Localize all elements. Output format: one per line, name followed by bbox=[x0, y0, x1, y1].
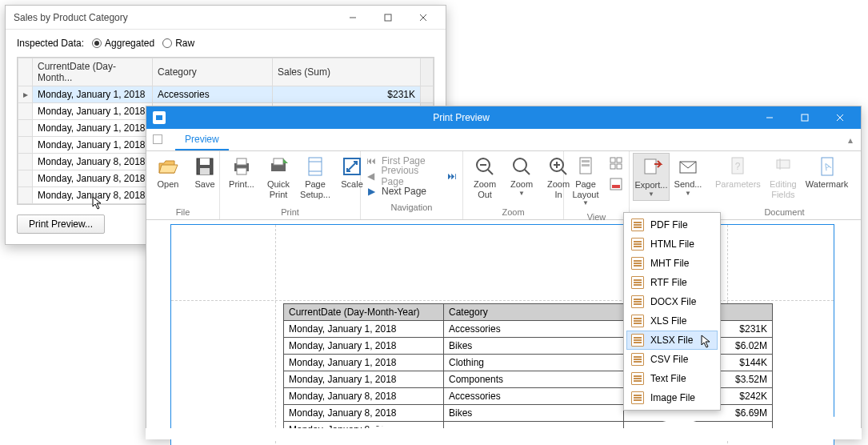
radio-raw[interactable]: Raw bbox=[162, 38, 194, 49]
page-layout-button[interactable]: Page Layout▼ bbox=[567, 153, 604, 209]
svg-rect-0 bbox=[385, 14, 391, 21]
zoom-out-button[interactable]: Zoom Out bbox=[466, 153, 503, 202]
preview-page: CurrentDate (Day-Month-Year) Category Sa… bbox=[170, 224, 834, 445]
svg-line-16 bbox=[488, 170, 493, 174]
open-button[interactable]: Open bbox=[150, 153, 186, 192]
quick-print-icon bbox=[267, 155, 290, 178]
file-type-icon bbox=[631, 315, 644, 327]
col-date[interactable]: CurrentDate (Day-Month... bbox=[33, 58, 153, 86]
dropdown-icon: ▼ bbox=[648, 190, 654, 198]
file-type-icon bbox=[631, 218, 644, 231]
file-type-icon bbox=[631, 391, 644, 404]
export-menu-item[interactable]: Text File bbox=[626, 369, 718, 388]
preview-canvas[interactable]: CurrentDate (Day-Month-Year) Category Sa… bbox=[146, 221, 861, 438]
inspected-label: Inspected Data: bbox=[17, 38, 84, 49]
svg-rect-7 bbox=[237, 158, 246, 165]
parameters-icon: ? bbox=[726, 155, 749, 178]
quick-print-button[interactable]: Quick Print bbox=[260, 153, 297, 202]
ribbon: Open Save File Print... Quick Print bbox=[146, 151, 861, 220]
svg-rect-1 bbox=[156, 115, 162, 120]
folder-open-icon bbox=[157, 155, 179, 178]
view-multi-icon[interactable] bbox=[606, 153, 626, 174]
torn-edge bbox=[146, 428, 862, 439]
export-menu-item[interactable]: CSV File bbox=[626, 350, 718, 369]
save-button[interactable]: Save bbox=[186, 153, 223, 192]
dropdown-icon: ▼ bbox=[518, 190, 525, 197]
inspected-data-row: Inspected Data: Aggregated Raw bbox=[17, 38, 434, 49]
pcol-date: CurrentDate (Day-Month-Year) bbox=[284, 304, 444, 321]
watermark-icon: A bbox=[816, 155, 838, 178]
minimize-button[interactable] bbox=[335, 6, 370, 29]
export-menu[interactable]: PDF FileHTML FileMHT FileRTF FileDOCX Fi… bbox=[623, 212, 721, 411]
dropdown-icon: ▼ bbox=[582, 199, 589, 206]
zoom-button[interactable]: Zoom▼ bbox=[503, 153, 540, 199]
svg-rect-4 bbox=[200, 158, 210, 165]
cursor-icon bbox=[92, 196, 103, 210]
save-icon bbox=[194, 155, 216, 178]
next-page-button[interactable]: ▶Next Page bbox=[366, 184, 458, 198]
send-button[interactable]: Send...▼ bbox=[670, 153, 706, 199]
watermark-button[interactable]: A Watermark bbox=[802, 153, 852, 192]
grid-row[interactable]: ▸Monday, January 1, 2018Accessories$231K bbox=[18, 86, 434, 103]
printer-icon bbox=[230, 155, 253, 178]
prev-page-icon: ◀ bbox=[366, 170, 377, 182]
print-preview-button[interactable]: Print Preview... bbox=[17, 214, 105, 234]
previous-page-button[interactable]: ◀Previous Page⏭ bbox=[366, 169, 458, 183]
tab-preview[interactable]: Preview bbox=[175, 129, 229, 150]
ribbon-tabbar: Preview ▴ bbox=[146, 129, 861, 151]
sales-titlebar[interactable]: Sales by Product Category bbox=[6, 6, 446, 30]
group-zoom: Zoom Out Zoom▼ Zoom In Zoom bbox=[463, 151, 564, 219]
svg-rect-5 bbox=[200, 168, 210, 174]
group-view: Page Layout▼ View bbox=[564, 151, 630, 219]
group-file: Open Save File bbox=[146, 151, 220, 219]
file-type-icon bbox=[631, 276, 644, 289]
qat-icon[interactable] bbox=[153, 134, 162, 144]
page-setup-icon bbox=[304, 155, 326, 178]
export-menu-item[interactable]: DOCX File bbox=[626, 292, 718, 311]
page-layout-icon bbox=[574, 155, 597, 178]
export-menu-item[interactable]: PDF File bbox=[626, 215, 718, 235]
print-preview-window: Print Preview Preview ▴ Open Save File bbox=[146, 106, 862, 439]
svg-rect-2 bbox=[802, 114, 808, 121]
maximize-button[interactable] bbox=[370, 6, 406, 29]
zoom-out-icon bbox=[474, 155, 496, 178]
last-page-icon[interactable]: ⏭ bbox=[446, 170, 458, 182]
preview-maximize-button[interactable] bbox=[787, 106, 822, 129]
preview-minimize-button[interactable] bbox=[752, 106, 787, 129]
svg-rect-37 bbox=[777, 160, 790, 168]
export-button[interactable]: Export...▼ bbox=[633, 153, 670, 201]
svg-point-18 bbox=[514, 158, 526, 171]
close-button[interactable] bbox=[406, 6, 441, 29]
preview-titlebar[interactable]: Print Preview bbox=[146, 106, 861, 129]
dropdown-icon: ▼ bbox=[685, 190, 691, 197]
file-type-icon bbox=[631, 353, 644, 366]
preview-close-button[interactable] bbox=[822, 106, 858, 129]
export-icon bbox=[640, 156, 662, 178]
col-category[interactable]: Category bbox=[153, 58, 273, 86]
svg-line-19 bbox=[525, 170, 530, 174]
view-color-icon[interactable] bbox=[606, 174, 626, 194]
grid-scrollbar[interactable] bbox=[421, 58, 434, 86]
svg-rect-29 bbox=[610, 164, 615, 169]
print-button[interactable]: Print... bbox=[223, 153, 260, 192]
col-sales[interactable]: Sales (Sum) bbox=[273, 58, 421, 86]
svg-text:?: ? bbox=[735, 161, 741, 172]
next-page-icon: ▶ bbox=[366, 186, 377, 197]
parameters-button[interactable]: ? Parameters bbox=[711, 153, 765, 192]
svg-rect-32 bbox=[612, 185, 620, 188]
svg-rect-8 bbox=[237, 168, 246, 174]
editing-fields-button[interactable]: Editing Fields bbox=[765, 153, 802, 202]
svg-rect-25 bbox=[582, 160, 590, 162]
export-menu-item[interactable]: HTML File bbox=[626, 235, 718, 254]
export-menu-item[interactable]: RTF File bbox=[626, 273, 718, 292]
first-page-icon: ⏮ bbox=[366, 155, 377, 166]
editing-fields-icon bbox=[772, 155, 794, 178]
page-setup-button[interactable]: Page Setup... bbox=[297, 153, 334, 202]
svg-rect-33 bbox=[645, 159, 656, 174]
collapse-ribbon-icon[interactable]: ▴ bbox=[840, 130, 861, 150]
radio-aggregated[interactable]: Aggregated bbox=[92, 38, 154, 49]
export-menu-item[interactable]: XLS File bbox=[626, 311, 718, 331]
pcol-category: Category bbox=[444, 304, 624, 321]
export-menu-item[interactable]: MHT File bbox=[626, 254, 718, 273]
export-menu-item[interactable]: Image File bbox=[626, 388, 718, 407]
